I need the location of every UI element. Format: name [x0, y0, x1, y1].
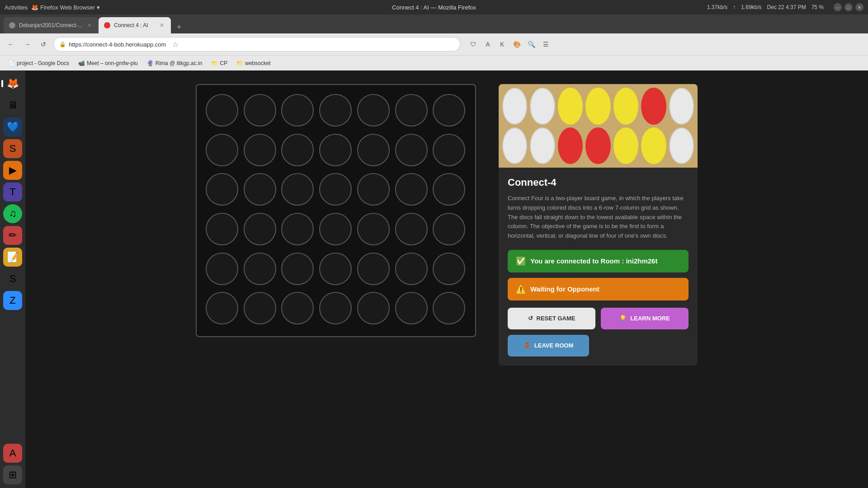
tab-close-connect4[interactable]: ✕	[158, 22, 165, 29]
pocket-icon[interactable]: K	[496, 38, 508, 50]
cell-0-6[interactable]	[433, 94, 465, 127]
reset-icon: ↺	[528, 315, 533, 322]
taskbar: 🦊 🖥 💙 S ▶ T ♫ ✏ 📝 S Z A ⊞	[0, 70, 25, 488]
cell-1-5[interactable]	[395, 134, 428, 166]
zoom-icon[interactable]: 🔍	[525, 38, 537, 50]
connected-icon: ✅	[516, 256, 526, 266]
forward-button[interactable]: →	[21, 38, 33, 51]
tab-connect4[interactable]: Connect 4 : AI ✕	[99, 17, 171, 33]
taskbar-appstore[interactable]: A	[3, 444, 22, 463]
cell-2-1[interactable]	[244, 173, 276, 206]
cell-0-2[interactable]	[281, 94, 314, 127]
close-button[interactable]: ✕	[855, 3, 863, 11]
cell-3-3[interactable]	[319, 213, 352, 245]
cell-3-4[interactable]	[357, 213, 390, 245]
extensions-icon[interactable]: 🛡	[467, 38, 479, 50]
bookmark-meet[interactable]: 📹 Meet – onn-gmfw-piu	[75, 59, 142, 67]
leave-icon: 🚪	[524, 342, 531, 349]
taskbar-drawio[interactable]: ✏	[3, 226, 22, 245]
leave-room-button[interactable]: 🚪 LEAVE ROOM	[508, 335, 589, 357]
taskbar-zoom[interactable]: Z	[3, 291, 22, 310]
back-button[interactable]: ←	[5, 38, 17, 51]
bookmark-cp[interactable]: 📁 CP	[208, 59, 231, 67]
taskbar-notes[interactable]: 📝	[3, 248, 22, 267]
cell-2-3[interactable]	[319, 173, 352, 206]
rima-icon: 🔮	[147, 60, 154, 66]
cell-4-2[interactable]	[281, 253, 314, 285]
cell-3-1[interactable]	[244, 213, 276, 245]
cell-4-3[interactable]	[319, 253, 352, 285]
connected-status-banner[interactable]: ✅ You are connected to Room : ini2hm26t	[508, 250, 689, 272]
cell-5-2[interactable]	[281, 292, 314, 324]
url-bar[interactable]: 🔒 https://connect-4-bob.herokuapp.com ☆	[53, 37, 460, 52]
cell-1-3[interactable]	[319, 134, 352, 166]
bookmark-rima[interactable]: 🔮 Rima @ iitkgp.ac.in	[143, 59, 206, 67]
activities-label[interactable]: Activities	[5, 4, 28, 11]
address-bar: ← → ↺ 🔒 https://connect-4-bob.herokuapp.…	[0, 33, 868, 55]
tab-close-github[interactable]: ✕	[86, 22, 93, 29]
cell-3-6[interactable]	[433, 213, 465, 245]
cell-1-0[interactable]	[206, 134, 238, 166]
cell-1-4[interactable]	[357, 134, 390, 166]
cell-3-2[interactable]	[281, 213, 314, 245]
window-controls: – □ ✕	[834, 3, 863, 11]
cell-5-1[interactable]	[244, 292, 276, 324]
cell-4-1[interactable]	[244, 253, 276, 285]
cell-2-5[interactable]	[395, 173, 428, 206]
cell-1-2[interactable]	[281, 134, 314, 166]
preview-cell-1-4	[613, 127, 638, 164]
cell-4-4[interactable]	[357, 253, 390, 285]
minimize-button[interactable]: –	[834, 3, 842, 11]
new-tab-button[interactable]: +	[173, 21, 185, 33]
cell-5-4[interactable]	[357, 292, 390, 324]
taskbar-sublime[interactable]: S	[3, 139, 22, 158]
taskbar-spotify[interactable]: ♫	[3, 204, 22, 223]
cell-1-6[interactable]	[433, 134, 465, 166]
cell-3-0[interactable]	[206, 213, 238, 245]
preview-cell-0-3	[585, 88, 610, 125]
bookmark-websocket[interactable]: 📁 websocket	[233, 59, 274, 67]
taskbar-slack[interactable]: S	[3, 269, 22, 288]
taskbar-terminal[interactable]: 🖥	[3, 96, 22, 115]
learn-more-button[interactable]: 💡 LEARN MORE	[601, 308, 689, 329]
cell-2-6[interactable]	[433, 173, 465, 206]
cell-0-0[interactable]	[206, 94, 238, 127]
reset-game-button[interactable]: ↺ RESET GAME	[508, 308, 595, 329]
bookmark-google-docs[interactable]: 📄 project - Google Docs	[5, 59, 73, 67]
tab-label-github: Debanjan2001/Connect-...	[19, 22, 82, 28]
cell-5-6[interactable]	[433, 292, 465, 324]
taskbar-grid[interactable]: ⊞	[3, 465, 22, 484]
waiting-status-banner[interactable]: ⚠️ Waiting for Opponent	[508, 278, 689, 300]
learn-label: LEARN MORE	[630, 315, 670, 322]
connected-text: You are connected to Room : ini2hm26t	[530, 257, 657, 265]
cell-0-4[interactable]	[357, 94, 390, 127]
menu-icon[interactable]: ☰	[540, 38, 552, 50]
firefox-label[interactable]: 🦊 Firefox Web Browser ▾	[31, 4, 99, 11]
cell-4-5[interactable]	[395, 253, 428, 285]
cell-0-3[interactable]	[319, 94, 352, 127]
taskbar-teams[interactable]: T	[3, 183, 22, 202]
cell-1-1[interactable]	[244, 134, 276, 166]
cell-0-1[interactable]	[244, 94, 276, 127]
cell-2-4[interactable]	[357, 173, 390, 206]
reader-icon[interactable]: A	[482, 38, 494, 50]
taskbar-firefox[interactable]: 🦊	[3, 74, 22, 93]
cell-4-0[interactable]	[206, 253, 238, 285]
preview-cell-1-1	[530, 127, 555, 164]
cell-0-5[interactable]	[395, 94, 428, 127]
cell-3-5[interactable]	[395, 213, 428, 245]
taskbar-vscode[interactable]: 💙	[3, 117, 22, 136]
cell-2-0[interactable]	[206, 173, 238, 206]
taskbar-vlc[interactable]: ▶	[3, 161, 22, 180]
reload-button[interactable]: ↺	[37, 38, 50, 51]
cell-5-5[interactable]	[395, 292, 428, 324]
bookmark-star-button[interactable]: ☆	[172, 40, 179, 49]
tab-github[interactable]: Debanjan2001/Connect-... ✕	[4, 17, 99, 33]
containers-icon[interactable]: 🎨	[511, 38, 523, 50]
cell-5-0[interactable]	[206, 292, 238, 324]
cell-5-3[interactable]	[319, 292, 352, 324]
cell-2-2[interactable]	[281, 173, 314, 206]
cell-4-6[interactable]	[433, 253, 465, 285]
game-board[interactable]	[196, 84, 476, 337]
maximize-button[interactable]: □	[844, 3, 853, 11]
